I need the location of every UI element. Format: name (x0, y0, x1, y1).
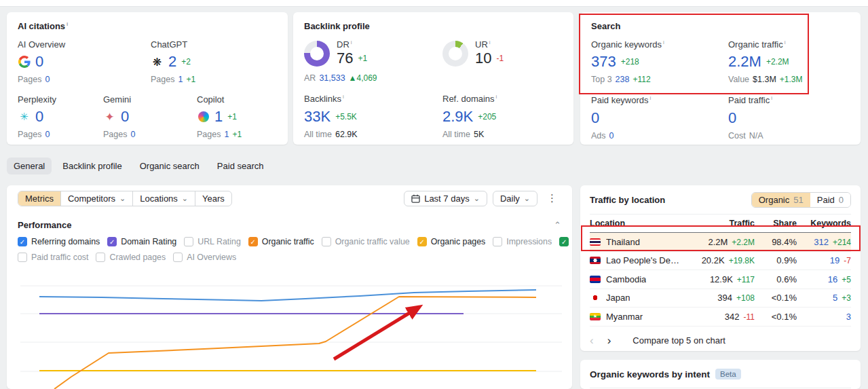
flag-laos-icon (590, 257, 601, 264)
performance-chart-svg (7, 261, 572, 389)
info-icon: i (489, 39, 491, 45)
prev-page-icon[interactable]: ‹ (590, 335, 594, 346)
gemini-stat: Gemini ✦ 0 Pages0 (103, 94, 197, 139)
date-range-button[interactable]: Last 7 days⌄ (404, 191, 487, 206)
perplexity-stat: Perplexity ✳ 0 Pages0 (18, 94, 103, 139)
metric-organic-traffic-value[interactable]: Organic traffic value (322, 237, 410, 246)
location-row-myanmar[interactable]: Myanmar 342-11 <0.1% 3 (590, 308, 851, 327)
location-row-thailand[interactable]: Thailand 2.2M+2.2M 98.4% 312+214 (590, 233, 851, 252)
checkbox-icon: ✓ (107, 237, 117, 246)
filter-button-group: Metrics Competitors⌄ Locations⌄ Years (18, 191, 232, 206)
copilot-stat: Copilot 1 +1 Pages1+1 (197, 94, 277, 139)
years-filter-button[interactable]: Years (195, 191, 231, 206)
column-traffic[interactable]: Traffic (681, 219, 755, 228)
tab-general[interactable]: General (7, 158, 52, 174)
metric-paid-traffic[interactable]: ✓Paid traffic (559, 237, 572, 246)
copilot-icon (197, 111, 210, 124)
location-row-cambodia[interactable]: Cambodia 12.9K+117 0.6% 16+5 (590, 270, 851, 289)
next-page-icon[interactable]: › (607, 335, 611, 346)
checkbox-icon: ✓ (18, 237, 27, 246)
checkbox-icon: ✓ (417, 237, 427, 246)
tab-organic-search[interactable]: Organic search (133, 158, 206, 174)
chevron-down-icon: ⌄ (524, 195, 530, 202)
section-tabs: General Backlink profile Organic search … (7, 158, 271, 174)
metrics-filter-button[interactable]: Metrics (18, 191, 61, 206)
locations-filter-button[interactable]: Locations⌄ (133, 191, 195, 206)
info-icon: i (663, 39, 664, 45)
ai-citations-title: AI citationsi (18, 21, 277, 31)
google-icon (18, 56, 31, 69)
checkbox-icon: ✓ (559, 237, 569, 246)
organic-keywords-stat: Organic keywordsi 373+218 Top 3238+112 (591, 39, 728, 84)
metric-paid-traffic-cost[interactable]: Paid traffic cost (18, 253, 88, 262)
paid-keywords-stat: Paid keywordsi 0 Ads0 (591, 95, 728, 140)
ur-donut-chart (442, 41, 468, 67)
calendar-icon (411, 194, 420, 203)
traffic-by-location-title: Traffic by location (590, 195, 665, 205)
info-icon: i (785, 39, 786, 45)
intent-title: Organic keywords by intent (590, 369, 710, 379)
location-row-japan[interactable]: Japan 394+108 <0.1% 5+3 (590, 289, 851, 308)
performance-title: Performance (18, 220, 71, 230)
ai-citations-card: AI citationsi AI Overview 0 Pages0 ChatG… (7, 12, 288, 145)
paid-traffic-stat: Paid traffici 0 CostN/A (728, 95, 850, 140)
info-icon: i (67, 21, 68, 27)
ref-domains-stat: Ref. domainsi 2.9K+205 All time5K (442, 94, 563, 138)
info-icon: i (771, 95, 772, 101)
metric-domain-rating[interactable]: ✓Domain Rating (107, 237, 176, 246)
traffic-by-location-card: Traffic by location Organic51 Paid0 Loca… (580, 185, 861, 351)
metric-ai-overviews[interactable]: AI Overviews (173, 253, 236, 262)
info-icon: i (650, 95, 652, 101)
organic-paid-toggle: Organic51 Paid0 (751, 192, 851, 208)
location-pager: ‹ › Compare top 5 on chart (590, 335, 851, 346)
info-icon: i (351, 39, 352, 45)
flag-thailand-icon (590, 238, 601, 246)
header-strip (0, 0, 868, 7)
location-table-header: Location Traffic Share Keywords (590, 214, 851, 233)
chatgpt-icon: ❋ (151, 56, 164, 69)
more-options-icon[interactable]: ⋮ (543, 192, 561, 204)
metric-impressions[interactable]: Impressions (493, 237, 552, 246)
tab-backlink-profile[interactable]: Backlink profile (56, 158, 128, 174)
backlink-profile-title: Backlink profile (304, 21, 563, 31)
metric-toggles: ✓Referring domains ✓Domain Rating URL Ra… (18, 237, 561, 262)
metric-organic-pages[interactable]: ✓Organic pages (417, 237, 486, 246)
column-share[interactable]: Share (755, 219, 797, 228)
chatgpt-stat: ChatGPT ❋ 2 +2 Pages1+1 (151, 39, 277, 84)
checkbox-icon: ✓ (248, 237, 258, 246)
metric-organic-traffic[interactable]: ✓Organic traffic (248, 237, 314, 246)
toggle-paid[interactable]: Paid0 (810, 193, 850, 207)
column-location[interactable]: Location (590, 219, 681, 228)
dr-donut-chart (304, 41, 330, 67)
organic-traffic-stat: Organic traffici 2.2M+2.2M Value$1.3M+1.… (728, 39, 850, 84)
flag-cambodia-icon (590, 276, 601, 283)
ur-stat: URi 10-1 (442, 39, 563, 83)
chevron-down-icon: ⌄ (474, 195, 480, 202)
info-icon: i (343, 94, 344, 100)
intent-card: Organic keywords by intent Beta (580, 360, 861, 389)
checkbox-icon (96, 253, 105, 262)
chevron-down-icon: ⌄ (119, 195, 126, 202)
tab-paid-search[interactable]: Paid search (210, 158, 271, 174)
checkbox-icon (322, 237, 331, 246)
perplexity-icon: ✳ (18, 111, 31, 124)
location-row-laos[interactable]: Lao People's Democratic Reput 20.2K+19.8… (590, 252, 851, 271)
gemini-icon: ✦ (103, 111, 116, 124)
checkbox-icon (18, 253, 27, 262)
column-keywords[interactable]: Keywords (797, 219, 851, 228)
collapse-chevron-icon[interactable]: ⌃ (554, 220, 561, 230)
backlink-profile-card: Backlink profile DRi 76+1 AR31,533▲4,069… (293, 12, 573, 145)
search-title: Search (591, 21, 850, 31)
beta-badge: Beta (715, 369, 741, 379)
granularity-button[interactable]: Daily⌄ (493, 191, 537, 206)
checkbox-icon (173, 253, 183, 262)
performance-card: Metrics Competitors⌄ Locations⌄ Years La… (7, 185, 572, 389)
competitors-filter-button[interactable]: Competitors⌄ (61, 191, 133, 206)
toggle-organic[interactable]: Organic51 (752, 193, 810, 207)
metric-crawled-pages[interactable]: Crawled pages (96, 253, 166, 262)
chevron-down-icon: ⌄ (182, 195, 188, 202)
checkbox-icon (493, 237, 502, 246)
metric-url-rating[interactable]: URL Rating (184, 237, 241, 246)
metric-referring-domains[interactable]: ✓Referring domains (18, 237, 100, 246)
compare-top5-link[interactable]: Compare top 5 on chart (633, 335, 725, 346)
